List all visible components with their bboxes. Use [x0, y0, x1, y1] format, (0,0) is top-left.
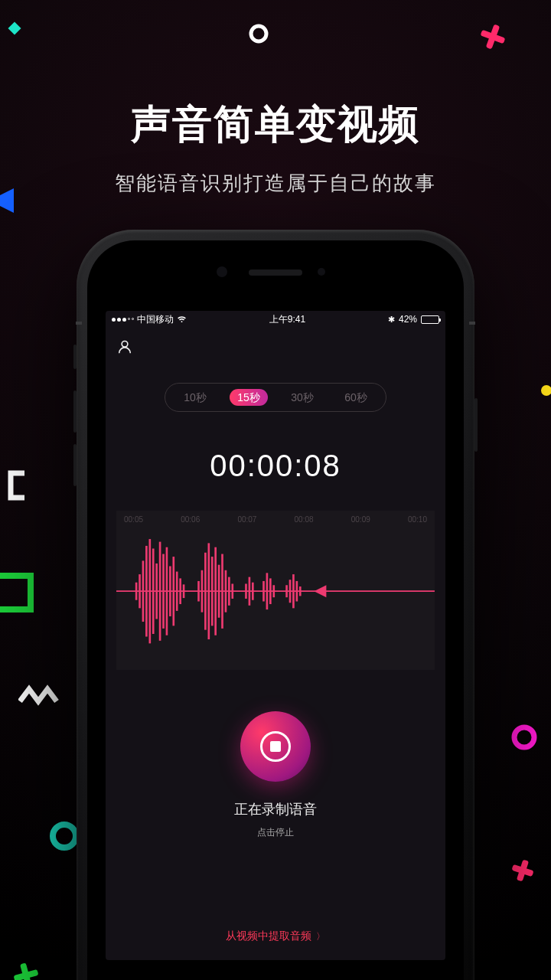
record-stop-button[interactable] [240, 711, 311, 782]
duration-option-30s[interactable]: 30秒 [283, 389, 321, 406]
svg-rect-36 [218, 565, 220, 618]
circle-outline-icon [248, 23, 269, 44]
zigzag-icon [18, 684, 64, 707]
svg-rect-44 [262, 581, 265, 602]
svg-rect-46 [269, 578, 272, 604]
record-status-label: 正在录制语音 [116, 800, 435, 818]
phone-mockup: 中国移动 上午9:41 ✱ 42% 10秒 15秒 30秒 [77, 230, 474, 980]
svg-rect-29 [183, 584, 185, 598]
duration-option-15s[interactable]: 15秒 [230, 389, 268, 406]
waveform-icon [116, 534, 435, 648]
svg-rect-40 [231, 583, 233, 598]
promo-stage: 声音简单变视频 智能语音识别打造属于自己的故事 中国移动 上午9:41 [0, 0, 551, 980]
svg-rect-25 [169, 566, 171, 616]
svg-point-0 [251, 26, 266, 41]
duration-option-10s[interactable]: 10秒 [176, 389, 214, 406]
svg-rect-28 [179, 578, 181, 604]
svg-rect-38 [225, 570, 227, 612]
sensor-dot-icon [318, 268, 325, 276]
app-screen: 中国移动 上午9:41 ✱ 42% 10秒 15秒 30秒 [106, 311, 445, 960]
stop-icon [270, 741, 281, 752]
svg-rect-45 [266, 573, 269, 609]
svg-rect-17 [142, 560, 145, 622]
hero-title: 声音简单变视频 [0, 98, 551, 152]
svg-rect-31 [201, 570, 204, 612]
svg-rect-49 [289, 580, 292, 603]
status-bar: 中国移动 上午9:41 ✱ 42% [106, 311, 445, 328]
chevron-right-icon: 〉 [316, 931, 325, 942]
svg-rect-37 [221, 554, 223, 629]
svg-rect-20 [152, 548, 155, 634]
svg-rect-16 [139, 574, 141, 608]
svg-point-7 [514, 727, 534, 747]
time-tick: 00:10 [408, 515, 427, 524]
svg-point-13 [122, 341, 128, 347]
svg-rect-52 [299, 586, 302, 596]
bracket-icon [5, 470, 31, 501]
svg-point-5 [541, 385, 551, 396]
timer-display: 00:00:08 [116, 449, 435, 483]
plus-icon [11, 960, 41, 980]
dot-icon [539, 383, 551, 398]
svg-rect-26 [172, 557, 174, 626]
speaker-slot-icon [249, 270, 302, 276]
status-time: 上午9:41 [269, 313, 305, 326]
svg-rect-34 [211, 557, 214, 626]
svg-rect-23 [162, 554, 165, 629]
waveform-panel: 00:05 00:06 00:07 00:08 00:09 00:10 [116, 511, 435, 670]
time-tick: 00:06 [181, 515, 200, 524]
svg-rect-41 [245, 583, 247, 598]
svg-rect-33 [207, 543, 210, 639]
wifi-icon [177, 315, 187, 323]
svg-rect-24 [166, 547, 168, 635]
svg-rect-42 [249, 577, 251, 606]
battery-icon [421, 315, 439, 324]
square-outline-icon [0, 571, 35, 614]
time-tick: 00:08 [295, 515, 314, 524]
hero-subtitle: 智能语音识别打造属于自己的故事 [0, 170, 551, 197]
svg-rect-30 [197, 581, 200, 602]
svg-rect-51 [296, 581, 298, 602]
svg-rect-50 [292, 574, 295, 608]
svg-rect-18 [145, 546, 148, 637]
record-hint: 点击停止 [116, 826, 435, 839]
extract-audio-link[interactable]: 从视频中提取音频〉 [106, 929, 445, 943]
svg-rect-22 [159, 542, 161, 641]
svg-rect-19 [148, 539, 151, 643]
svg-point-8 [53, 825, 76, 848]
extract-audio-label: 从视频中提取音频 [226, 929, 311, 942]
carrier-label: 中国移动 [137, 313, 174, 326]
svg-rect-35 [214, 547, 217, 635]
plus-icon [478, 21, 508, 52]
svg-rect-47 [272, 585, 275, 597]
time-tick: 00:07 [237, 515, 256, 524]
duration-selector: 10秒 15秒 30秒 60秒 [165, 383, 386, 412]
svg-rect-3 [8, 22, 21, 35]
diamond-icon [6, 20, 23, 37]
plus-icon [510, 858, 536, 884]
svg-rect-27 [176, 572, 178, 611]
camera-dot-icon [217, 266, 227, 277]
svg-rect-39 [228, 577, 230, 606]
bluetooth-icon: ✱ [388, 315, 395, 325]
svg-rect-43 [252, 583, 254, 600]
time-tick: 00:05 [124, 515, 143, 524]
svg-rect-21 [155, 564, 158, 619]
profile-icon[interactable] [116, 338, 133, 355]
time-tick: 00:09 [351, 515, 370, 524]
svg-rect-32 [204, 553, 207, 630]
duration-option-60s[interactable]: 60秒 [337, 389, 375, 406]
circle-outline-icon [510, 723, 539, 752]
svg-marker-53 [314, 585, 326, 597]
svg-rect-6 [0, 576, 31, 609]
battery-pct: 42% [399, 314, 417, 325]
signal-icon [112, 318, 134, 322]
svg-rect-48 [285, 585, 288, 597]
svg-rect-15 [135, 583, 138, 600]
